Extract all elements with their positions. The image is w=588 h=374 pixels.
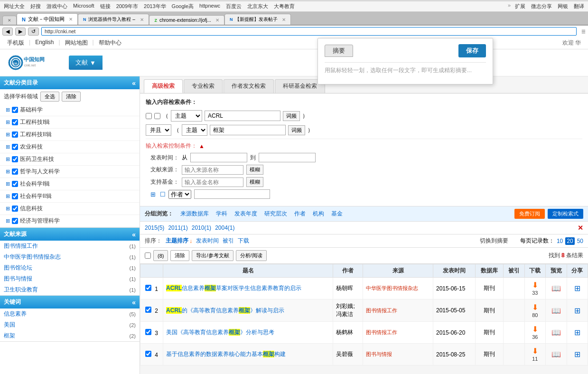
expand-icon[interactable]: ⊞ (6, 156, 10, 162)
expand-icon[interactable]: ⊞ (6, 193, 10, 199)
result-checkbox-2[interactable] (145, 307, 151, 313)
year-2004-filter[interactable]: 2004(1) (215, 224, 234, 231)
category-item-medical[interactable]: ⊞ 医药卫生科技 (0, 153, 140, 166)
share-icon-1[interactable]: ⊞ (574, 284, 580, 292)
popup-save-button[interactable]: 保存 (458, 44, 486, 57)
year-2011-filter[interactable]: 2011(1) (168, 224, 187, 231)
fund-input[interactable] (182, 178, 243, 187)
browser-menu[interactable]: ☰ (581, 29, 586, 34)
read-icon-4[interactable]: 📖 (551, 350, 561, 358)
sort-active-label[interactable]: 主题排序 ↓ (166, 237, 192, 245)
help-link[interactable]: 帮助中心 (99, 39, 121, 47)
field-select-1[interactable]: 主题 题名 关键词 摘要 (171, 110, 202, 122)
category-checkbox[interactable] (12, 119, 18, 125)
clear-button[interactable]: 清除 (62, 92, 81, 102)
tab-advanced-search[interactable]: 高级检索 (144, 79, 183, 93)
read-icon-3[interactable]: 📖 (551, 328, 561, 337)
author-field-select[interactable]: 作者 (168, 190, 191, 199)
year-2015-filter[interactable]: 2015(5) (145, 224, 164, 231)
result-source-2[interactable]: 图书情报工作 (366, 308, 397, 313)
cnki-logo[interactable]: cn 中国知网 cnki.net (7, 53, 59, 72)
tab-close-icon[interactable]: ✕ (215, 18, 219, 23)
category-checkbox[interactable] (12, 218, 18, 224)
per-page-50[interactable]: 50 (577, 238, 583, 244)
sort-by-date[interactable]: 发表时间 (196, 237, 219, 245)
author-input[interactable] (194, 189, 270, 199)
tab-author-search[interactable]: 作者发文检索 (224, 79, 274, 93)
source-item-zhonghua[interactable]: 中华医学图书情报杂志 (1) (0, 252, 140, 262)
browser-tab-cnki[interactable]: N 文献－中国知网 ✕ (17, 13, 78, 25)
refresh-button[interactable]: ↺ (28, 28, 39, 36)
bookmark-item[interactable]: Google高 (170, 2, 195, 10)
keyword-item-inflit[interactable]: 信息素养 (5) (0, 309, 140, 319)
word-freq-button-1[interactable]: 词频 (283, 111, 300, 121)
english-link[interactable]: English (35, 39, 54, 47)
tab-close-icon[interactable]: ✕ (140, 17, 144, 22)
subscribe-button[interactable]: 免费订阅 (514, 209, 545, 219)
result-title-4[interactable]: 基于信息素养的数据素养核心能力基本框架构建 (166, 351, 286, 357)
category-item-social1[interactable]: ⊞ 社会科学I辑 (0, 178, 140, 190)
date-from-input[interactable] (190, 153, 247, 162)
result-title-1[interactable]: ACRL信息素养框架草案对医学生信息素养教育的启示 (166, 285, 301, 291)
result-source-3[interactable]: 图书情报工作 (366, 329, 397, 335)
browser-tab-plugin[interactable]: N 浏览器插件导入教程 – No... ✕ (78, 14, 149, 25)
browser-tab-ext[interactable]: Z chrome-extension://jofj... ✕ (149, 15, 224, 25)
browse-institution[interactable]: 机构 (313, 210, 324, 218)
search-type-button[interactable]: 文献 ▼ (69, 56, 103, 70)
bookmark-item[interactable]: 百度云 (224, 2, 243, 10)
source-input[interactable] (182, 165, 243, 175)
field-select-2[interactable]: 主题 题名 (182, 124, 207, 136)
category-checkbox[interactable] (12, 131, 18, 138)
category-checkbox[interactable] (12, 168, 18, 175)
expand-icon[interactable]: ⊞ (6, 119, 10, 125)
select-all-button[interactable]: 全选 (40, 92, 59, 102)
category-item-info[interactable]: ⊞ 信息科技 (0, 203, 140, 215)
mobile-link[interactable]: 手机版 (7, 39, 24, 47)
year-filter-close[interactable]: ✕ (578, 224, 583, 232)
fund-fuzzy-button[interactable]: 模糊 (246, 177, 263, 187)
per-page-20[interactable]: 20 (565, 237, 574, 245)
expand-icon[interactable]: ⊞ (6, 181, 10, 187)
category-checkbox[interactable] (12, 181, 18, 187)
result-checkbox-1[interactable] (145, 285, 151, 291)
share-icon-2[interactable]: ⊞ (574, 307, 580, 315)
expand-icon[interactable]: ⊞ (6, 206, 10, 212)
forward-button[interactable]: ▶ (15, 28, 26, 36)
tab-professional-search[interactable]: 专业检索 (184, 79, 223, 93)
bookmark-item[interactable]: 翻译 (572, 2, 586, 10)
clear-results-button[interactable]: 清除 (170, 250, 189, 261)
browser-tab-forum[interactable]: N 【新提醒】发表帖子 – 排... ✕ (224, 14, 291, 25)
tab-close-icon[interactable]: ✕ (69, 17, 73, 22)
category-item-philosophy[interactable]: ⊞ 哲学与人文科学 (0, 166, 140, 178)
keyword-item-framework[interactable]: 框架 (2) (0, 330, 140, 341)
download-icon-3[interactable]: ⬇ (532, 325, 538, 333)
browse-year[interactable]: 发表年度 (234, 210, 257, 218)
category-checkbox[interactable] (12, 107, 18, 113)
bookmark-item[interactable]: 微志分享 (530, 2, 553, 10)
search-value-1[interactable] (205, 111, 280, 121)
select-all-results-checkbox[interactable] (145, 250, 151, 261)
row1-checkbox[interactable] (146, 113, 152, 119)
browse-subject[interactable]: 学科 (216, 210, 227, 218)
download-icon-1[interactable]: ⬇ (532, 281, 538, 289)
browse-source-db[interactable]: 来源数据库 (180, 210, 209, 218)
browser-tab-inactive[interactable]: ✕ (2, 16, 17, 25)
download-icon-2[interactable]: ⬇ (532, 303, 538, 311)
back-button[interactable]: ◀ (2, 28, 13, 36)
expand-icon[interactable]: ⊞ (6, 218, 10, 224)
bookmark-item[interactable]: 网址大全 (2, 2, 26, 10)
expand-icon[interactable]: ⊞ (6, 168, 10, 175)
url-bar[interactable] (41, 27, 577, 36)
category-item-basic-science[interactable]: ⊞ 基础科学 (0, 104, 140, 116)
keyword-item-usa[interactable]: 美国 (2) (0, 319, 140, 330)
read-icon-1[interactable]: 📖 (551, 284, 561, 292)
bookmark-item[interactable]: 扩展 (513, 2, 527, 10)
result-title-2[interactable]: ACRL的《高等教育信息素养框架》解读与启示 (166, 307, 284, 314)
row1-checkbox2[interactable] (154, 113, 160, 119)
sort-by-download[interactable]: 下载 (238, 237, 249, 245)
share-icon-3[interactable]: ⊞ (574, 328, 580, 337)
expand-icon[interactable]: ⊞ (6, 144, 10, 150)
category-checkbox[interactable] (12, 144, 18, 150)
result-source-1[interactable]: 中华医学图书情报杂志 (366, 285, 418, 291)
category-item-eng1[interactable]: ⊞ 工程科技I辑 (0, 116, 140, 129)
